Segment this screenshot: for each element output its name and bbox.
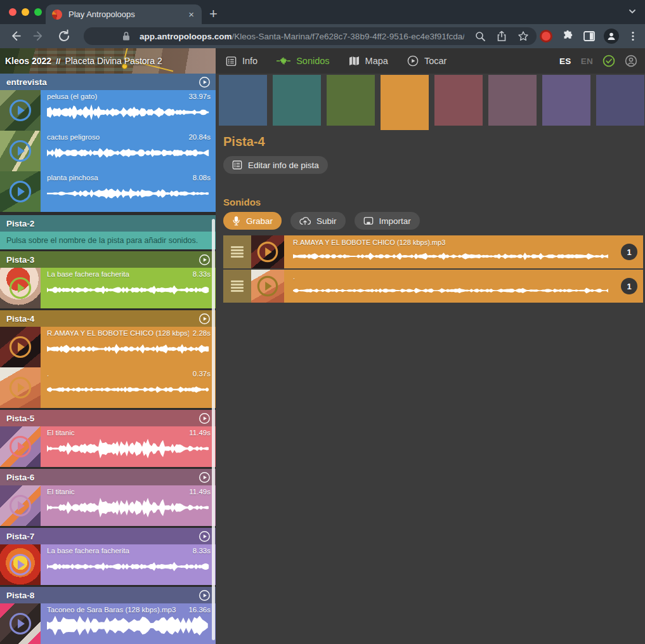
browser-tab[interactable]: Play Antropoloops × [46,4,202,24]
account-icon[interactable] [625,55,637,67]
back-icon[interactable] [8,29,23,44]
profile-avatar-icon[interactable] [604,29,619,44]
side-panel-icon[interactable] [583,30,596,43]
zoom-page-icon[interactable] [474,30,486,42]
track-header[interactable]: Pista-6 [0,469,216,485]
sound-row[interactable]: cactus peligroso20.84s [0,131,216,171]
track-swatch-3[interactable] [327,75,375,126]
import-button[interactable]: Importar [355,212,420,230]
sound-thumbnail[interactable] [0,367,41,408]
track-play-icon[interactable] [199,530,211,542]
track-sound-row[interactable]: . 1 [223,270,643,303]
track-swatch-4-selected[interactable] [381,75,429,130]
track-swatch-6[interactable] [488,75,537,126]
language-es[interactable]: ES [559,56,571,66]
sound-thumbnail[interactable] [0,603,41,644]
sound-play-icon[interactable] [8,553,32,577]
minimize-window-button[interactable] [22,8,29,16]
track-play-icon[interactable] [199,471,211,483]
tab-tocar[interactable]: Tocar [407,55,446,67]
record-button[interactable]: Grabar [223,212,282,230]
sound-play-icon[interactable] [8,494,32,518]
upload-button[interactable]: Subir [290,212,346,230]
bookmark-star-icon[interactable] [518,30,529,42]
tab-search-chevron-icon[interactable] [627,6,637,16]
track-name[interactable]: entrevista [6,77,199,87]
zoom-window-button[interactable] [34,8,42,16]
forward-icon[interactable] [32,29,47,44]
sound-thumbnail[interactable] [0,426,41,467]
sound-play-icon[interactable] [8,139,32,163]
sound-play-icon[interactable] [256,275,279,298]
tab-info[interactable]: Info [226,56,257,67]
url-bar[interactable]: app.antropoloops.com/Kleos-Santa-Marina/… [84,27,537,45]
language-en[interactable]: EN [581,56,593,66]
drag-handle[interactable] [223,235,251,268]
sound-thumbnail[interactable] [0,171,41,212]
extensions-puzzle-icon[interactable] [561,29,575,43]
track-header[interactable]: Pista-3 [0,251,216,268]
track-name[interactable]: Pista-6 [6,473,199,482]
sound-play-icon[interactable] [8,335,32,359]
track-name[interactable]: Pista-7 [6,532,199,541]
record-extension-icon[interactable] [540,30,552,43]
sound-row[interactable]: .0.37s [0,367,216,408]
sound-play-icon[interactable] [8,376,32,400]
sound-play-icon[interactable] [8,98,32,122]
sound-row[interactable]: El titanic11.49s [0,485,216,526]
track-swatch-1[interactable] [219,75,267,126]
close-tab-icon[interactable]: × [187,9,195,20]
track-swatch-7[interactable] [542,75,590,126]
track-header[interactable]: Pista-4 [0,310,216,327]
track-sound-row[interactable]: R.AMAYA Y EL BOBOTE CHICO (128 kbps).mp3… [223,235,643,268]
breadcrumb-project[interactable]: Kleos 2022 [5,56,51,66]
track-name[interactable]: Pista-8 [6,591,199,600]
new-tab-button[interactable]: + [209,5,218,23]
lock-icon[interactable] [122,31,131,41]
track-swatch-8[interactable] [596,75,644,126]
track-header[interactable]: Pista-5 [0,410,216,426]
sound-row[interactable]: El titanic11.49s [0,426,216,467]
browser-menu-kebab-icon[interactable] [627,30,639,42]
sound-row[interactable]: planta pinchosa8.08s [0,171,216,212]
track-name[interactable]: Pista-4 [6,314,199,324]
sound-row[interactable]: pelusa (el gato)33.97s [0,90,216,131]
sound-play-icon[interactable] [8,276,32,300]
track-name[interactable]: Pista-5 [6,414,199,423]
sound-row[interactable]: La base fachera facherita8.33s [0,268,216,308]
tab-mapa[interactable]: Mapa [349,56,388,66]
track-swatch-2[interactable] [273,75,321,126]
sound-thumbnail[interactable] [0,131,41,171]
sound-play-icon[interactable] [8,612,32,636]
sidebar-scrollbar[interactable] [212,219,215,640]
sound-play-icon[interactable] [8,180,32,204]
breadcrumb-page[interactable]: Placeta Divina Pastora 2 [65,56,162,66]
track-header[interactable]: Pista-7 [0,528,216,544]
close-window-button[interactable] [9,8,16,16]
sound-thumbnail[interactable] [0,90,41,131]
sound-thumbnail[interactable] [0,485,41,526]
sound-thumbnail[interactable] [0,327,41,367]
sound-thumbnail[interactable] [0,544,41,585]
track-header[interactable]: Pista-8 [0,587,216,603]
track-play-icon[interactable] [199,412,211,424]
sound-thumbnail[interactable] [251,270,284,303]
sound-row[interactable]: La base fachera facherita8.33s [0,544,216,585]
track-name[interactable]: Pista-2 [6,219,211,228]
sound-thumbnail[interactable] [251,235,284,268]
share-icon[interactable] [496,30,507,42]
tab-sonidos[interactable]: Sonidos [277,56,329,66]
drag-handle[interactable] [223,270,251,303]
sound-row[interactable]: Taconeo de Sara Baras (128 kbps).mp316.3… [0,603,216,644]
sound-play-icon[interactable] [256,240,279,263]
track-header[interactable]: entrevista [0,74,216,90]
reload-icon[interactable] [56,29,72,44]
sound-thumbnail[interactable] [0,268,41,308]
track-name[interactable]: Pista-3 [6,255,199,265]
track-play-icon[interactable] [199,76,211,88]
sound-row[interactable]: R.AMAYA Y EL BOBOTE CHICO (128 kbps)....… [0,327,216,367]
track-play-icon[interactable] [199,254,211,266]
edit-track-info-button[interactable]: Editar info de pista [223,156,328,174]
sound-play-icon[interactable] [8,435,32,459]
track-play-icon[interactable] [199,589,211,601]
